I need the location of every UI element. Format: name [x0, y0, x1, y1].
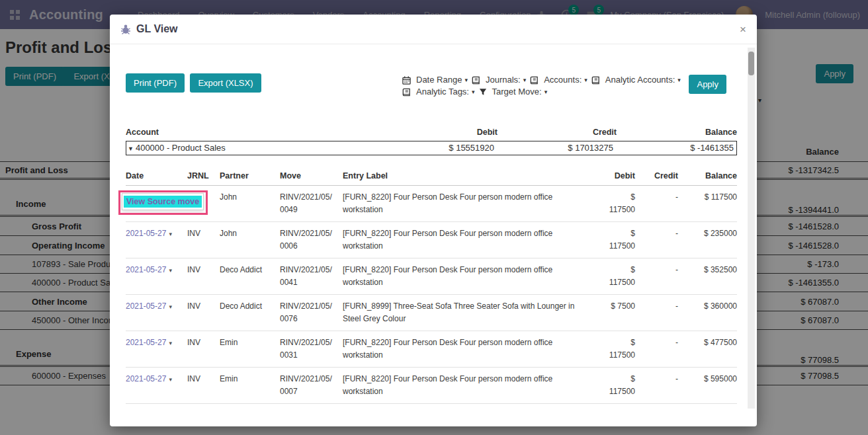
- filter-label: Accounts:: [544, 74, 582, 86]
- chevron-down-icon: ▾: [169, 376, 172, 383]
- modal-title: GL View: [136, 23, 178, 35]
- gl-line-entry-label: [FURN_8220] Four Person Desk Four person…: [343, 264, 595, 289]
- gl-header-jrnl: JRNL: [187, 171, 211, 180]
- gl-print-pdf-button[interactable]: Print (PDF): [126, 73, 185, 93]
- summary-header-balance: Balance: [617, 128, 737, 137]
- gl-line-row: 2021-05-27▾INVDeco AddictRINV/​2021/​05/…: [126, 295, 737, 331]
- gl-line-row: 2021-05-27▾INVJohnRINV/​2021/​05/​0049[F…: [126, 186, 737, 222]
- gl-apply-button[interactable]: Apply: [689, 75, 726, 94]
- filter-label: Target Move:: [492, 86, 542, 98]
- viewport: Accounting DashboardOverviewCustomersVen…: [0, 0, 868, 435]
- gl-line-balance: $ 477500: [687, 336, 737, 362]
- summary-header-credit: Credit: [498, 128, 617, 137]
- chevron-down-icon: ▾: [169, 303, 172, 310]
- gl-header-debit: Debit: [603, 171, 635, 180]
- filters-line-2: Analytic Tags:▾Target Move:▾: [402, 86, 680, 98]
- gl-line-move: RINV/​2021/​05/​0041: [280, 264, 334, 289]
- chevron-down-icon: ▾: [169, 340, 172, 346]
- chevron-down-icon: ▼: [128, 145, 134, 152]
- gl-line-debit: $ 117500: [603, 191, 635, 216]
- summary-account-toggle[interactable]: ▼400000 - Product Sales: [128, 143, 375, 153]
- gl-header-balance: Balance: [687, 171, 737, 180]
- gl-lines-table: DateJRNLPartnerMoveEntry LabelDebitCredi…: [126, 169, 737, 409]
- gl-filters: Date Range▾Journals:▾Accounts:▾Analytic …: [402, 74, 680, 98]
- gl-line-partner: Emin: [220, 336, 271, 362]
- chevron-down-icon: ▾: [523, 74, 527, 86]
- account-summary-table: Account Debit Credit Balance ▼400000 - P…: [126, 125, 737, 155]
- gl-line-credit: -: [644, 336, 678, 362]
- chevron-down-icon: ▾: [169, 231, 172, 237]
- gl-line-move: RINV/​2021/​05/​0031: [280, 336, 334, 362]
- gl-view-modal: GL View × Print (PDF) Export (XLSX) Date…: [110, 15, 757, 426]
- filter-journals[interactable]: Journals:▾: [472, 74, 526, 86]
- chevron-down-icon: ▾: [464, 74, 468, 86]
- filter-analytic-tags[interactable]: Analytic Tags:▾: [402, 86, 475, 98]
- gl-line-credit: -: [644, 373, 678, 398]
- gl-line-debit: $ 117500: [603, 227, 635, 253]
- gl-line-debit: $ 7500: [603, 300, 635, 325]
- gl-line-move: RINV/​2021/​05/​0049: [280, 191, 334, 216]
- gl-line-entry-label: [FURN_8220] Four Person Desk Four person…: [343, 336, 595, 362]
- summary-balance-value: $ -1461355: [613, 143, 734, 153]
- gl-line-date-link[interactable]: 2021-05-27▾: [126, 373, 179, 398]
- gl-header-date: Date: [126, 171, 179, 180]
- scrollbar-thumb[interactable]: [748, 52, 754, 75]
- close-icon[interactable]: ×: [740, 24, 746, 35]
- gl-line-row: 2021-05-27▾INVDeco AddictRINV/​2021/​05/…: [126, 404, 737, 409]
- gl-header-partner: Partner: [220, 171, 271, 180]
- gl-line-balance: $ 360000: [687, 300, 737, 325]
- gl-line-partner: Deco Addict: [220, 300, 271, 325]
- gl-line-balance: $ 595000: [687, 373, 737, 398]
- gl-line-move: RINV/​2021/​05/​0007: [280, 373, 334, 398]
- gl-line-date-link[interactable]: 2021-05-27▾: [126, 336, 179, 362]
- gl-line-partner: Deco Addict: [220, 264, 271, 289]
- gl-lines-header-row: DateJRNLPartnerMoveEntry LabelDebitCredi…: [126, 169, 737, 186]
- gl-line-partner: John: [220, 191, 271, 216]
- gl-line-balance: $ 235000: [687, 227, 737, 253]
- gl-line-entry-label: [FURN_8220] Four Person Desk Four person…: [343, 227, 595, 253]
- filter-target-move[interactable]: Target Move:▾: [479, 86, 548, 98]
- gl-header-entry-label: Entry Label: [343, 171, 595, 180]
- gl-export-xlsx-button[interactable]: Export (XLSX): [190, 73, 261, 93]
- gl-line-journal: INV: [187, 264, 211, 289]
- gl-header-credit: Credit: [644, 171, 678, 180]
- chevron-down-icon: ▾: [544, 86, 548, 98]
- modal-body: Print (PDF) Export (XLSX) Date Range▾Jou…: [110, 44, 757, 409]
- chevron-down-icon: ▾: [584, 74, 587, 86]
- filter-analytic-accounts[interactable]: Analytic Accounts:▾: [591, 74, 681, 86]
- modal-scrollbar[interactable]: [748, 48, 755, 409]
- gl-line-row: 2021-05-27▾INVEminRINV/​2021/​05/​0007[F…: [126, 368, 737, 404]
- filter-date-range[interactable]: Date Range▾: [402, 74, 468, 86]
- filter-accounts[interactable]: Accounts:▾: [530, 74, 587, 86]
- gl-line-row: 2021-05-27▾INVDeco AddictRINV/​2021/​05/…: [126, 258, 737, 295]
- summary-account-row: ▼400000 - Product Sales $ 15551920 $ 170…: [126, 141, 737, 155]
- gl-line-credit: -: [644, 227, 678, 253]
- gl-line-credit: -: [644, 264, 678, 289]
- funnel-icon: [479, 88, 490, 96]
- gl-line-date-link[interactable]: 2021-05-27▾: [126, 300, 179, 325]
- gl-line-date-link[interactable]: 2021-05-27▾: [126, 264, 179, 289]
- gl-line-journal: INV: [187, 373, 211, 398]
- gl-line-date-link[interactable]: 2021-05-27▾: [126, 227, 179, 253]
- journal-icon: [530, 76, 541, 85]
- gl-line-entry-label: [FURN_8220] Four Person Desk Four person…: [343, 373, 595, 398]
- gl-line-move: RINV/​2021/​05/​0076: [280, 300, 334, 325]
- bug-icon: [120, 24, 131, 34]
- filters-line-1: Date Range▾Journals:▾Accounts:▾Analytic …: [402, 74, 680, 86]
- gl-toolbar: Print (PDF) Export (XLSX) Date Range▾Jou…: [126, 73, 737, 99]
- gl-lines-rows: 2021-05-27▾INVJohnRINV/​2021/​05/​0049[F…: [126, 186, 737, 409]
- modal-header: GL View ×: [110, 15, 757, 44]
- filter-label: Analytic Tags:: [416, 86, 469, 98]
- gl-line-credit: -: [644, 300, 678, 325]
- gl-line-balance: $ 352500: [687, 264, 737, 289]
- summary-header-account: Account: [126, 128, 378, 137]
- chevron-down-icon: ▾: [472, 86, 475, 98]
- gl-line-entry-label: [FURN_8220] Four Person Desk Four person…: [343, 191, 595, 216]
- gl-line-entry-label: [FURN_8999] Three-Seat Sofa Three Seater…: [343, 300, 595, 325]
- summary-credit-value: $ 17013275: [494, 143, 613, 153]
- gl-line-credit: -: [644, 191, 678, 216]
- summary-header-row: Account Debit Credit Balance: [126, 125, 737, 141]
- view-source-move-item[interactable]: View Source move: [124, 196, 202, 208]
- gl-line-partner: John: [220, 227, 271, 253]
- journal-icon: [472, 76, 483, 85]
